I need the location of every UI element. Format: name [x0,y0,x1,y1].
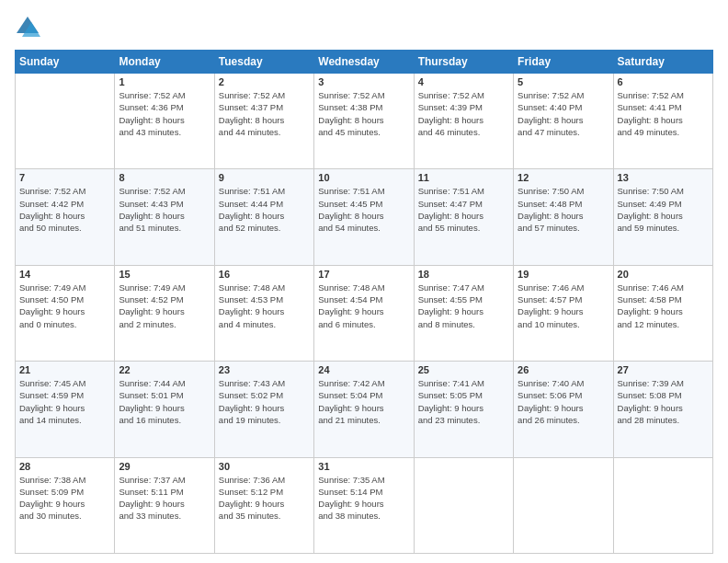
calendar-cell: 4Sunrise: 7:52 AM Sunset: 4:39 PM Daylig… [414,74,513,169]
day-info: Sunrise: 7:35 AM Sunset: 5:14 PM Dayligh… [318,474,409,523]
calendar-cell: 12Sunrise: 7:50 AM Sunset: 4:48 PM Dayli… [514,169,613,265]
day-number: 31 [318,461,409,472]
week-row-2: 7Sunrise: 7:52 AM Sunset: 4:42 PM Daylig… [16,169,713,265]
day-info: Sunrise: 7:47 AM Sunset: 4:55 PM Dayligh… [418,282,509,330]
weekday-header-wednesday: Wednesday [314,51,414,74]
day-number: 4 [418,76,509,87]
weekday-header-friday: Friday [514,51,613,74]
calendar-cell: 6Sunrise: 7:52 AM Sunset: 4:41 PM Daylig… [613,74,712,169]
weekday-header-sunday: Sunday [16,51,115,74]
day-number: 22 [119,364,210,375]
day-number: 10 [318,172,409,183]
day-info: Sunrise: 7:46 AM Sunset: 4:58 PM Dayligh… [618,282,709,330]
calendar-cell: 16Sunrise: 7:48 AM Sunset: 4:53 PM Dayli… [214,265,313,361]
day-info: Sunrise: 7:46 AM Sunset: 4:57 PM Dayligh… [518,282,609,330]
day-number: 1 [119,76,210,87]
day-number: 11 [418,172,509,183]
calendar-cell: 8Sunrise: 7:52 AM Sunset: 4:43 PM Daylig… [115,169,214,265]
day-number: 7 [19,172,110,183]
day-number: 15 [119,269,210,280]
calendar-cell: 10Sunrise: 7:51 AM Sunset: 4:45 PM Dayli… [314,169,414,265]
day-number: 26 [518,364,609,375]
day-info: Sunrise: 7:39 AM Sunset: 5:08 PM Dayligh… [618,377,709,426]
day-number: 18 [418,269,509,280]
page: SundayMondayTuesdayWednesdayThursdayFrid… [0,0,728,563]
calendar-cell: 25Sunrise: 7:41 AM Sunset: 5:05 PM Dayli… [414,362,513,457]
day-info: Sunrise: 7:44 AM Sunset: 5:01 PM Dayligh… [119,377,210,426]
weekday-header-thursday: Thursday [414,51,513,74]
calendar-cell [514,457,613,553]
calendar-cell: 11Sunrise: 7:51 AM Sunset: 4:47 PM Dayli… [414,169,513,265]
day-info: Sunrise: 7:49 AM Sunset: 4:52 PM Dayligh… [119,282,210,330]
calendar-cell [613,457,712,553]
day-number: 17 [318,269,409,280]
calendar-cell: 21Sunrise: 7:45 AM Sunset: 4:59 PM Dayli… [16,362,115,457]
day-number: 29 [119,461,210,472]
day-info: Sunrise: 7:50 AM Sunset: 4:48 PM Dayligh… [518,185,609,234]
calendar-cell: 3Sunrise: 7:52 AM Sunset: 4:38 PM Daylig… [314,74,414,169]
calendar-cell: 20Sunrise: 7:46 AM Sunset: 4:58 PM Dayli… [613,265,712,361]
calendar-cell: 19Sunrise: 7:46 AM Sunset: 4:57 PM Dayli… [514,265,613,361]
weekday-header-saturday: Saturday [613,51,712,74]
calendar-cell: 14Sunrise: 7:49 AM Sunset: 4:50 PM Dayli… [16,265,115,361]
day-number: 9 [219,172,310,183]
calendar-cell: 24Sunrise: 7:42 AM Sunset: 5:04 PM Dayli… [314,362,414,457]
day-info: Sunrise: 7:41 AM Sunset: 5:05 PM Dayligh… [418,377,509,426]
day-number: 23 [219,364,310,375]
calendar-cell: 28Sunrise: 7:38 AM Sunset: 5:09 PM Dayli… [16,457,115,553]
calendar-cell: 31Sunrise: 7:35 AM Sunset: 5:14 PM Dayli… [314,457,414,553]
calendar-cell: 23Sunrise: 7:43 AM Sunset: 5:02 PM Dayli… [214,362,313,457]
day-info: Sunrise: 7:42 AM Sunset: 5:04 PM Dayligh… [318,377,409,426]
calendar-table: SundayMondayTuesdayWednesdayThursdayFrid… [15,50,713,554]
calendar-cell: 27Sunrise: 7:39 AM Sunset: 5:08 PM Dayli… [613,362,712,457]
calendar-cell: 22Sunrise: 7:44 AM Sunset: 5:01 PM Dayli… [115,362,214,457]
calendar-cell: 26Sunrise: 7:40 AM Sunset: 5:06 PM Dayli… [514,362,613,457]
day-number: 5 [518,76,609,87]
week-row-5: 28Sunrise: 7:38 AM Sunset: 5:09 PM Dayli… [16,457,713,553]
day-number: 28 [19,461,110,472]
day-number: 6 [618,76,709,87]
day-info: Sunrise: 7:52 AM Sunset: 4:42 PM Dayligh… [19,185,110,234]
logo-icon [15,15,40,40]
day-number: 13 [618,172,709,183]
day-number: 21 [19,364,110,375]
day-number: 3 [318,76,409,87]
week-row-1: 1Sunrise: 7:52 AM Sunset: 4:36 PM Daylig… [16,74,713,169]
day-number: 24 [318,364,409,375]
day-info: Sunrise: 7:52 AM Sunset: 4:40 PM Dayligh… [518,89,609,138]
weekday-header-row: SundayMondayTuesdayWednesdayThursdayFrid… [16,51,713,74]
day-info: Sunrise: 7:51 AM Sunset: 4:47 PM Dayligh… [418,185,509,234]
calendar-cell [414,457,513,553]
calendar-cell: 5Sunrise: 7:52 AM Sunset: 4:40 PM Daylig… [514,74,613,169]
weekday-header-monday: Monday [115,51,214,74]
day-info: Sunrise: 7:51 AM Sunset: 4:44 PM Dayligh… [219,185,310,234]
header [15,15,713,40]
calendar-cell: 15Sunrise: 7:49 AM Sunset: 4:52 PM Dayli… [115,265,214,361]
day-info: Sunrise: 7:40 AM Sunset: 5:06 PM Dayligh… [518,377,609,426]
day-info: Sunrise: 7:52 AM Sunset: 4:39 PM Dayligh… [418,89,509,138]
day-number: 8 [119,172,210,183]
calendar-cell: 2Sunrise: 7:52 AM Sunset: 4:37 PM Daylig… [214,74,313,169]
day-number: 14 [19,269,110,280]
day-info: Sunrise: 7:52 AM Sunset: 4:43 PM Dayligh… [119,185,210,234]
day-info: Sunrise: 7:50 AM Sunset: 4:49 PM Dayligh… [618,185,709,234]
day-info: Sunrise: 7:52 AM Sunset: 4:41 PM Dayligh… [618,89,709,138]
calendar-cell [16,74,115,169]
day-info: Sunrise: 7:48 AM Sunset: 4:53 PM Dayligh… [219,282,310,330]
day-number: 27 [618,364,709,375]
day-number: 2 [219,76,310,87]
calendar-cell: 13Sunrise: 7:50 AM Sunset: 4:49 PM Dayli… [613,169,712,265]
calendar-cell: 7Sunrise: 7:52 AM Sunset: 4:42 PM Daylig… [16,169,115,265]
calendar-cell: 1Sunrise: 7:52 AM Sunset: 4:36 PM Daylig… [115,74,214,169]
day-info: Sunrise: 7:52 AM Sunset: 4:36 PM Dayligh… [119,89,210,138]
day-info: Sunrise: 7:37 AM Sunset: 5:11 PM Dayligh… [119,474,210,523]
calendar-cell: 18Sunrise: 7:47 AM Sunset: 4:55 PM Dayli… [414,265,513,361]
day-info: Sunrise: 7:36 AM Sunset: 5:12 PM Dayligh… [219,474,310,523]
calendar-cell: 29Sunrise: 7:37 AM Sunset: 5:11 PM Dayli… [115,457,214,553]
weekday-header-tuesday: Tuesday [214,51,313,74]
day-info: Sunrise: 7:48 AM Sunset: 4:54 PM Dayligh… [318,282,409,330]
day-info: Sunrise: 7:43 AM Sunset: 5:02 PM Dayligh… [219,377,310,426]
logo [15,15,44,40]
day-number: 20 [618,269,709,280]
week-row-3: 14Sunrise: 7:49 AM Sunset: 4:50 PM Dayli… [16,265,713,361]
